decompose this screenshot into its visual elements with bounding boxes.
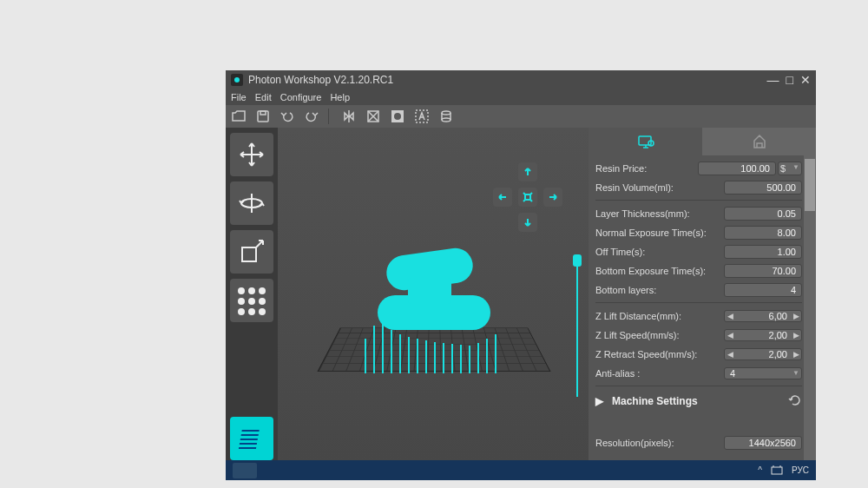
input-bottom-layers[interactable]: 4 (724, 283, 802, 297)
scrollbar-track[interactable] (804, 155, 816, 460)
spin-up-icon[interactable]: ▶ (791, 331, 801, 340)
menu-edit[interactable]: Edit (255, 92, 272, 102)
menubar: File Edit Configure Help (226, 89, 816, 105)
nav-down-icon[interactable] (518, 213, 537, 232)
text-icon[interactable] (414, 109, 430, 124)
row-z-lift-dist: Z Lift Distance(mm): ◀6,00▶ (595, 307, 802, 325)
label-bottom-layers: Bottom layers: (595, 285, 724, 295)
model-preview (360, 243, 508, 347)
menu-help[interactable]: Help (330, 92, 350, 102)
rotate-tool[interactable] (230, 181, 273, 225)
nav-right-icon[interactable] (543, 188, 562, 207)
input-normal-exposure[interactable]: 8.00 (724, 226, 802, 240)
input-layer-thickness[interactable]: 0.05 (724, 207, 802, 221)
svg-point-7 (442, 111, 450, 115)
window-title: Photon Workshop V2.1.20.RC1 (248, 74, 760, 86)
label-anti-alias: Anti-alias : (595, 368, 724, 379)
input-z-lift-dist[interactable]: ◀6,00▶ (724, 310, 802, 322)
svg-point-0 (234, 77, 240, 82)
svg-rect-11 (525, 195, 530, 200)
menu-file[interactable]: File (231, 92, 247, 102)
input-bottom-exposure[interactable]: 70.00 (724, 264, 802, 278)
hollow-icon[interactable] (365, 109, 381, 124)
input-resin-price[interactable]: 100.00 (698, 162, 776, 175)
nav-left-icon[interactable] (493, 188, 512, 207)
label-z-lift-dist: Z Lift Distance(mm): (595, 311, 724, 321)
label-resin-volume: Resin Volume(ml): (595, 182, 724, 193)
view-navigator (493, 162, 562, 232)
nav-home-icon[interactable] (518, 188, 537, 207)
svg-point-8 (442, 118, 450, 122)
content-area: Resin Price: 100.00 $▼ Resin Volume(ml):… (226, 128, 816, 460)
left-toolbar (226, 128, 278, 460)
spin-up-icon[interactable]: ▶ (791, 312, 801, 320)
minimize-button[interactable]: — (767, 73, 779, 87)
spin-down-icon[interactable]: ◀ (725, 312, 735, 320)
label-normal-exposure: Normal Exposure Time(s): (595, 228, 724, 238)
open-icon[interactable] (231, 109, 247, 124)
taskbar-app-icon[interactable] (233, 463, 257, 478)
row-anti-alias: Anti-alias : 4▼ (595, 364, 802, 382)
toolbar (226, 105, 816, 128)
arrange-tool[interactable] (230, 279, 273, 322)
expand-icon: ▶ (595, 395, 603, 407)
row-resolution: Resolution(pixels): 1440x2560 (595, 433, 802, 452)
scrollbar-thumb[interactable] (805, 159, 815, 211)
viewport-3d[interactable] (278, 128, 589, 460)
svg-rect-14 (772, 467, 782, 474)
settings-panel: Resin Price: 100.00 $▼ Resin Volume(ml):… (589, 128, 816, 460)
input-resin-volume[interactable]: 500.00 (724, 181, 802, 195)
system-tray: ^ РУС (758, 465, 809, 477)
app-window: Photon Workshop V2.1.20.RC1 — □ ✕ File E… (226, 70, 816, 460)
redo-icon[interactable] (304, 109, 319, 124)
hole-icon[interactable] (390, 109, 405, 124)
panel-body: Resin Price: 100.00 $▼ Resin Volume(ml):… (589, 155, 816, 460)
spin-up-icon[interactable]: ▶ (791, 350, 801, 359)
label-resolution: Resolution(pixels): (595, 438, 724, 448)
nav-up-icon[interactable] (518, 162, 537, 181)
panel-tabs (589, 128, 816, 155)
tab-print-settings[interactable] (589, 128, 702, 155)
currency-select[interactable]: $▼ (778, 162, 802, 175)
row-layer-thickness: Layer Thickness(mm): 0.05 (595, 204, 802, 222)
taskbar: ^ РУС (226, 460, 816, 480)
label-resin-price: Resin Price: (595, 163, 698, 174)
input-resolution[interactable]: 1440x2560 (724, 436, 802, 450)
layer-slider-thumb[interactable] (573, 254, 582, 267)
spin-down-icon[interactable]: ◀ (725, 350, 735, 359)
save-icon[interactable] (255, 109, 271, 124)
row-bottom-layers: Bottom layers: 4 (595, 280, 802, 299)
input-z-lift-speed[interactable]: ◀2,00▶ (724, 329, 802, 341)
input-off-time[interactable]: 1.00 (724, 245, 802, 259)
scale-tool[interactable] (230, 230, 273, 274)
move-tool[interactable] (230, 133, 273, 176)
refresh-icon[interactable] (788, 393, 802, 410)
toolbar-divider (328, 109, 329, 124)
row-normal-exposure: Normal Exposure Time(s): 8.00 (595, 223, 802, 241)
select-anti-alias[interactable]: 4▼ (724, 367, 802, 379)
label-bottom-exposure: Bottom Exposure Time(s): (595, 266, 724, 276)
tray-chevron-icon[interactable]: ^ (758, 465, 762, 475)
titlebar: Photon Workshop V2.1.20.RC1 — □ ✕ (226, 70, 816, 89)
menu-configure[interactable]: Configure (280, 92, 322, 102)
slice-tool[interactable] (230, 417, 273, 460)
mirror-icon[interactable] (341, 109, 357, 124)
input-z-retract-speed[interactable]: ◀2,00▶ (724, 348, 802, 360)
svg-rect-1 (258, 111, 268, 122)
label-off-time: Off Time(s): (595, 247, 724, 257)
undo-icon[interactable] (279, 109, 295, 124)
spin-down-icon[interactable]: ◀ (725, 331, 735, 340)
tray-keyboard-icon[interactable] (771, 465, 783, 477)
row-resin-price: Resin Price: 100.00 $▼ (595, 159, 802, 177)
tab-supports[interactable] (702, 128, 816, 155)
maximize-button[interactable]: □ (786, 73, 793, 87)
section-machine-settings[interactable]: ▶ Machine Settings (595, 390, 802, 412)
svg-point-5 (394, 113, 401, 120)
row-z-lift-speed: Z Lift Speed(mm/s): ◀2,00▶ (595, 326, 802, 344)
layer-slider[interactable] (573, 258, 582, 397)
cylinder-icon[interactable] (438, 109, 454, 124)
tray-language[interactable]: РУС (792, 465, 809, 475)
row-z-retract-speed: Z Retract Speed(mm/s): ◀2,00▶ (595, 345, 802, 363)
close-button[interactable]: ✕ (800, 73, 811, 87)
label-z-retract-speed: Z Retract Speed(mm/s): (595, 349, 724, 359)
